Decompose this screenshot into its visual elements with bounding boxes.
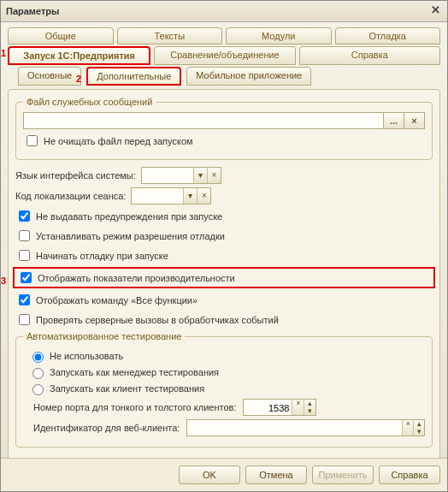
subtab-basic[interactable]: Основные xyxy=(18,67,81,86)
chk-perf-input[interactable] xyxy=(21,272,32,283)
tab-debug[interactable]: Отладка xyxy=(335,27,441,44)
chk-servcalls-input[interactable] xyxy=(19,314,30,325)
chk-noclear-input[interactable] xyxy=(27,135,38,146)
lang-clear-icon[interactable]: × xyxy=(207,168,221,183)
subtab-row: Основные Дополнительные Мобильное прилож… xyxy=(8,67,440,86)
radio-none-label: Не использовать xyxy=(50,351,123,361)
radio-none[interactable]: Не использовать xyxy=(28,349,425,363)
subtab-mobile[interactable]: Мобильное приложение xyxy=(186,67,311,86)
tab-compare-merge[interactable]: Сравнение/объединение xyxy=(154,46,295,65)
chk-startdebug[interactable]: Начинать отладку при запуске xyxy=(15,247,433,264)
webid-down-icon[interactable]: ▾ xyxy=(414,428,424,436)
port-spinner[interactable]: × ▴ ▾ xyxy=(243,399,316,416)
chk-nowarn-input[interactable] xyxy=(19,210,30,222)
titlebar: Параметры ✕ xyxy=(1,1,447,22)
annotation-marker-2: 2 xyxy=(76,74,81,84)
loc-clear-icon[interactable]: × xyxy=(197,188,210,204)
group-autotest-legend: Автоматизированное тестирование xyxy=(23,331,185,341)
webid-label: Идентификатор для веб-клиента: xyxy=(33,423,180,433)
cancel-button[interactable]: Отмена xyxy=(245,465,307,484)
service-file-row: ... × xyxy=(23,112,425,129)
chk-startdebug-input[interactable] xyxy=(19,250,30,261)
port-clear-icon[interactable]: × xyxy=(292,400,304,415)
tab-launch-1c[interactable]: Запуск 1С:Предприятия xyxy=(8,46,150,65)
clear-file-button[interactable]: × xyxy=(404,112,425,129)
chk-servcalls[interactable]: Проверять серверные вызовы в обработчика… xyxy=(15,311,433,328)
window-title: Параметры xyxy=(6,6,59,16)
group-service-file: Файл служебных сообщений ... × Не очищат… xyxy=(15,97,433,160)
dialog-body: 1 2 3 Общие Тексты Модули Отладка Запуск… xyxy=(1,22,447,458)
radio-manager-input[interactable] xyxy=(32,368,44,379)
tab-modules[interactable]: Модули xyxy=(226,27,332,44)
radio-manager-label: Запускать как менеджер тестирования xyxy=(50,367,219,377)
radio-client-input[interactable] xyxy=(32,384,44,395)
chk-allfunc-input[interactable] xyxy=(19,294,30,305)
radio-manager[interactable]: Запускать как менеджер тестирования xyxy=(28,365,425,379)
tab-row-2: Запуск 1С:Предприятия Сравнение/объедине… xyxy=(8,46,440,65)
chk-nowarn[interactable]: Не выдавать предупреждения при запуске xyxy=(15,208,433,224)
tab-texts[interactable]: Тексты xyxy=(117,27,223,44)
radio-client-label: Запускать как клиент тестирования xyxy=(50,383,204,394)
chk-perf[interactable]: Отображать показатели производительности xyxy=(17,270,431,286)
dialog-window: Параметры ✕ 1 2 3 Общие Тексты Модули От… xyxy=(0,0,448,492)
service-file-input[interactable] xyxy=(23,112,384,129)
chk-noclear-label: Не очищать файл перед запуском xyxy=(44,136,193,146)
webid-field[interactable]: × ▴ ▾ xyxy=(186,419,425,436)
chk-allfunc-label: Отображать команду «Все функции» xyxy=(36,295,197,305)
browse-button[interactable]: ... xyxy=(384,112,404,129)
annotation-marker-3: 3 xyxy=(1,276,6,286)
row-webid: Идентификатор для веб-клиента: × ▴ ▾ xyxy=(33,419,425,436)
subtab-additional[interactable]: Дополнительные xyxy=(86,67,181,86)
radio-client[interactable]: Запускать как клиент тестирования xyxy=(28,382,425,395)
row-port: Номер порта для тонкого и толстого клиен… xyxy=(33,399,425,416)
chk-setdebug-input[interactable] xyxy=(19,230,30,241)
group-autotest: Автоматизированное тестирование Не испол… xyxy=(15,331,433,448)
tab-common[interactable]: Общие xyxy=(8,27,114,44)
port-input[interactable] xyxy=(244,400,292,417)
chk-servcalls-label: Проверять серверные вызовы в обработчика… xyxy=(36,315,279,325)
close-icon[interactable]: ✕ xyxy=(428,4,442,18)
ok-button[interactable]: OK xyxy=(179,465,240,484)
annotation-marker-1: 1 xyxy=(1,48,6,58)
apply-button: Применить xyxy=(312,465,374,484)
webid-clear-icon[interactable]: × xyxy=(402,420,413,436)
chk-nowarn-label: Не выдавать предупреждения при запуске xyxy=(36,211,222,222)
lang-dropdown-icon[interactable]: ▾ xyxy=(193,168,207,183)
lang-label: Язык интерфейса системы: xyxy=(15,170,136,181)
panel-additional: Файл служебных сообщений ... × Не очищат… xyxy=(8,89,440,458)
loc-dropdown-icon[interactable]: ▾ xyxy=(183,188,197,204)
tab-help[interactable]: Справка xyxy=(299,46,440,65)
port-stepper[interactable]: ▴ ▾ xyxy=(304,400,315,415)
chk-startdebug-label: Начинать отладку при запуске xyxy=(36,251,168,261)
chk-perf-label: Отображать показатели производительности xyxy=(38,273,235,283)
loc-combo[interactable]: ▾ × xyxy=(131,187,211,205)
port-label: Номер порта для тонкого и толстого клиен… xyxy=(33,402,236,412)
radio-none-input[interactable] xyxy=(32,352,44,363)
chk-setdebug[interactable]: Устанавливать режим разрешения отладки xyxy=(15,228,433,244)
chk-noclear[interactable]: Не очищать файл перед запуском xyxy=(23,133,425,149)
group-service-file-legend: Файл служебных сообщений xyxy=(23,97,156,107)
chk-allfunc[interactable]: Отображать команду «Все функции» xyxy=(15,292,433,308)
port-down-icon[interactable]: ▾ xyxy=(304,407,315,415)
webid-stepper[interactable]: ▴ ▾ xyxy=(413,420,424,436)
loc-input[interactable] xyxy=(132,188,183,204)
lang-input[interactable] xyxy=(142,168,193,183)
row-lang: Язык интерфейса системы: ▾ × xyxy=(15,167,433,184)
tab-row-1: Общие Тексты Модули Отладка xyxy=(8,27,440,44)
dialog-footer: OK Отмена Применить Справка xyxy=(1,458,447,491)
loc-label: Код локализации сеанса: xyxy=(15,191,126,201)
highlight-perf: Отображать показатели производительности xyxy=(13,267,435,288)
lang-combo[interactable]: ▾ × xyxy=(141,167,221,184)
row-loc: Код локализации сеанса: ▾ × xyxy=(15,187,433,205)
webid-input[interactable] xyxy=(187,420,402,437)
chk-setdebug-label: Устанавливать режим разрешения отладки xyxy=(36,231,225,241)
help-button[interactable]: Справка xyxy=(379,465,440,484)
